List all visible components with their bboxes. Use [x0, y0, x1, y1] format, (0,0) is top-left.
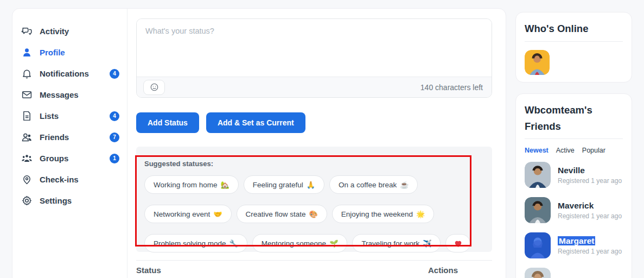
friends-count-badge: 7 [110, 132, 119, 142]
sidebar-item-label: Profile [40, 48, 65, 57]
friend-info: Maverick Registered 1 year ago [558, 201, 622, 220]
gear-icon [21, 195, 33, 206]
sidebar-item-activity[interactable]: Activity [12, 21, 127, 42]
smiley-icon [150, 83, 159, 92]
friend-name[interactable]: Margaret [558, 236, 622, 246]
status-column-header: Status [136, 266, 161, 275]
bell-icon [21, 68, 33, 79]
coffee-emoji: ☕ [400, 181, 409, 189]
widget-divider [525, 138, 623, 139]
wrench-emoji: 🔧 [229, 239, 238, 248]
suggested-status-chips: Working from home🏡 Feeling grateful🙏 On … [144, 175, 484, 252]
friends-widget: Wbcomteam's Friends Newest Active Popula… [515, 93, 632, 278]
sidebar-item-label: Notifications [40, 69, 89, 78]
online-member-avatar[interactable] [525, 50, 550, 75]
chip-enjoying-weekend[interactable]: Enjoying the weekend🌟 [332, 205, 434, 223]
profile-sidebar-nav: Activity Profile Notifications 4 Message… [12, 9, 127, 278]
sidebar-item-groups[interactable]: Groups 1 [12, 148, 127, 169]
tab-active[interactable]: Active [556, 147, 575, 154]
chip-working-from-home[interactable]: Working from home🏡 [144, 175, 239, 194]
emoji-picker-button[interactable] [143, 80, 165, 95]
sidebar-item-friends[interactable]: Friends 7 [12, 127, 127, 148]
friend-avatar [525, 162, 551, 188]
groups-icon [21, 153, 33, 164]
status-input[interactable] [137, 19, 492, 77]
seedling-emoji: 🌱 [329, 239, 338, 248]
star-emoji: 🌟 [416, 210, 425, 218]
location-pin-icon [21, 174, 33, 185]
friend-registered-meta: Registered 1 year ago [558, 248, 622, 255]
chip-problem-solving[interactable]: Problem solving mode🔧 [144, 234, 247, 252]
tab-popular[interactable]: Popular [582, 147, 605, 154]
heart-icon [454, 239, 463, 248]
friends-list: Neville Registered 1 year ago Maverick R… [525, 162, 623, 278]
chip-mentoring-someone[interactable]: Mentoring someone🌱 [252, 234, 348, 252]
friends-widget-title: Wbcomteam's Friends [525, 102, 623, 134]
chip-traveling-for-work[interactable]: Traveling for work✈️ [352, 234, 441, 252]
friend-registered-meta: Registered 1 year ago [558, 212, 622, 220]
folded-hands-emoji: 🙏 [307, 181, 315, 189]
chip-coffee-break[interactable]: On a coffee break☕ [329, 175, 418, 194]
friend-avatar [525, 268, 551, 278]
sidebar-item-label: Settings [40, 196, 72, 205]
status-table-header: Status Actions [136, 266, 492, 275]
chip-networking-event[interactable]: Networking event🤝 [144, 205, 232, 223]
chat-bubbles-icon [21, 26, 33, 37]
sidebar-item-label: Messages [40, 90, 79, 99]
sidebar-item-label: Check-ins [40, 175, 79, 184]
add-set-current-button[interactable]: Add & Set as Current [206, 112, 305, 133]
airplane-emoji: ✈️ [423, 239, 431, 248]
tab-newest[interactable]: Newest [525, 147, 549, 154]
document-icon [21, 110, 33, 122]
suggested-statuses-label: Suggested statuses: [144, 160, 484, 168]
composer-actions: Add Status Add & Set as Current [136, 112, 492, 133]
friend-avatar [525, 197, 551, 223]
envelope-icon [21, 89, 33, 100]
user-icon [21, 47, 33, 58]
chip-feeling-grateful[interactable]: Feeling grateful🙏 [244, 175, 324, 194]
sidebar-item-label: Activity [40, 27, 69, 36]
whos-online-widget: Who's Online [515, 12, 632, 83]
characters-left-counter: 140 characters left [420, 83, 483, 92]
favorite-heart-button[interactable] [445, 234, 470, 252]
friend-item-neville[interactable]: Neville Registered 1 year ago [525, 162, 623, 188]
add-status-button[interactable]: Add Status [136, 112, 199, 133]
friend-registered-meta: Registered 1 year ago [558, 177, 622, 185]
widget-divider [525, 41, 623, 42]
actions-column-header: Actions [428, 266, 458, 275]
sidebar-item-profile[interactable]: Profile [12, 42, 127, 63]
sidebar-item-checkins[interactable]: Check-ins [12, 169, 127, 190]
friend-name[interactable]: Neville [558, 166, 622, 175]
handshake-emoji: 🤝 [213, 210, 222, 218]
suggested-statuses-panel: Suggested statuses: Working from home🏡 F… [136, 147, 492, 252]
friend-item-maverick[interactable]: Maverick Registered 1 year ago [525, 197, 623, 223]
friend-info: Margaret Registered 1 year ago [558, 236, 622, 255]
profile-status-content: 140 characters left Add Status Add & Set… [128, 9, 506, 275]
status-table-divider [136, 260, 492, 261]
sidebar-item-settings[interactable]: Settings [12, 190, 127, 211]
friends-icon [21, 131, 33, 143]
sidebar-item-notifications[interactable]: Notifications 4 [12, 63, 127, 84]
groups-count-badge: 1 [110, 154, 119, 163]
friends-tabs: Newest Active Popular [525, 147, 623, 154]
sidebar-item-label: Groups [40, 154, 68, 163]
sidebar-item-messages[interactable]: Messages [12, 84, 127, 105]
selected-text-highlight: Margaret [558, 236, 595, 245]
friend-item-margaret[interactable]: Margaret Registered 1 year ago [525, 232, 623, 258]
friend-info: Neville Registered 1 year ago [558, 166, 622, 185]
friend-avatar-selected [525, 232, 551, 258]
palette-emoji: 🎨 [309, 210, 318, 218]
whos-online-title: Who's Online [525, 21, 623, 37]
status-composer: 140 characters left [136, 18, 492, 98]
chip-creative-flow[interactable]: Creative flow state🎨 [237, 205, 327, 223]
house-emoji: 🏡 [221, 181, 229, 189]
main-panel: Activity Profile Notifications 4 Message… [12, 8, 506, 278]
friend-name[interactable]: Maverick [558, 201, 622, 211]
sidebar-item-label: Friends [40, 132, 69, 142]
notifications-count-badge: 4 [110, 69, 119, 79]
lists-count-badge: 4 [110, 111, 119, 121]
sidebar-item-label: Lists [40, 111, 59, 121]
sidebar-item-lists[interactable]: Lists 4 [12, 105, 127, 127]
friend-item-partial[interactable] [525, 268, 623, 278]
composer-footer: 140 characters left [137, 77, 492, 97]
